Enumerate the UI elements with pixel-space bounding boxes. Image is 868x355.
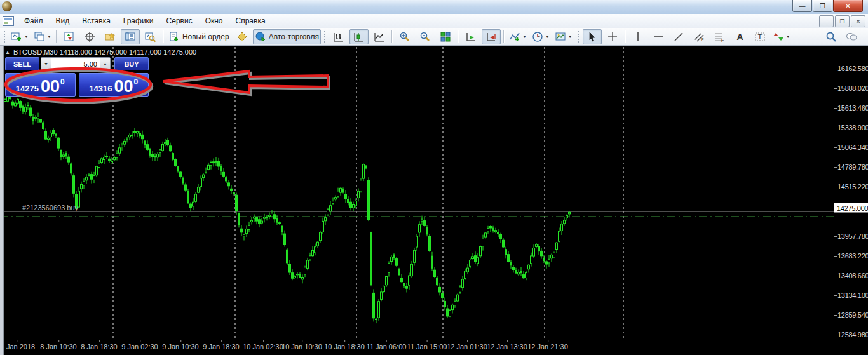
menu-item[interactable]: Сервис [160, 15, 199, 27]
sell-price-button[interactable]: 14275000 [5, 73, 76, 97]
price-tick-label: 14789.780 [837, 163, 868, 171]
expand-triangle-icon[interactable]: ▲ [5, 50, 10, 55]
profiles-button[interactable]: ▼ [32, 29, 53, 44]
child-minimize-button[interactable]: — [819, 15, 834, 27]
time-axis-label: 11 Jan 06:00 [367, 343, 407, 351]
equidistant-channel-icon: E [693, 31, 705, 43]
metaeditor-button[interactable] [233, 29, 252, 44]
toolbar-grip[interactable] [3, 30, 6, 43]
menu-item[interactable]: Окно [199, 15, 229, 27]
menu-item[interactable]: Графики [117, 15, 160, 27]
time-axis-label: 8 Jan 2018 [1, 343, 35, 351]
menu-item[interactable]: Вид [50, 15, 76, 27]
equidistant-channel-button[interactable]: E [689, 29, 709, 44]
chart-bars-icon [333, 31, 344, 43]
volume-input[interactable] [51, 57, 100, 70]
price-axis[interactable]: 16162.58015888.02015613.46015338.9001506… [834, 46, 868, 340]
menu-item[interactable]: Файл [18, 15, 50, 27]
cursor-icon [587, 31, 598, 43]
time-axis-label: 10 Jan 02:30 [243, 343, 283, 351]
data-window-icon [84, 31, 95, 43]
periods-icon [532, 31, 543, 43]
price-tick-label: 15338.900 [837, 124, 868, 131]
new-chart-icon [11, 31, 22, 43]
crosshair-button[interactable] [603, 29, 622, 44]
chat-icon [846, 31, 857, 43]
time-axis[interactable]: 8 Jan 20188 Jan 10:308 Jan 18:309 Jan 02… [0, 340, 834, 355]
time-axis-label: 10 Jan 18:30 [324, 343, 365, 351]
fibonacci-button[interactable]: F [710, 29, 729, 44]
child-restore-button[interactable]: ❐ [835, 15, 850, 27]
minimize-button[interactable]: — [792, 0, 812, 12]
chart-line-button[interactable] [370, 29, 389, 44]
restore-button[interactable]: ❐ [813, 0, 832, 12]
chat-button[interactable] [842, 29, 861, 44]
close-button[interactable]: ✕ [833, 0, 863, 12]
buy-price-button[interactable]: 14316000 [79, 73, 149, 97]
text-icon: A [734, 31, 745, 43]
time-axis-label: 12 Jan 21:30 [527, 343, 568, 351]
zoom-in-button[interactable] [395, 29, 414, 44]
cursor-button[interactable] [583, 29, 602, 44]
sell-button[interactable]: SELL [5, 57, 39, 70]
terminal-button[interactable] [121, 29, 140, 44]
horizontal-line-icon [653, 31, 664, 43]
trendline-button[interactable] [669, 29, 688, 44]
text-button[interactable]: A [730, 29, 749, 44]
menu-item[interactable]: Вставка [76, 15, 117, 27]
tile-windows-icon [440, 31, 451, 43]
time-axis-label: 9 Jan 18:30 [203, 343, 240, 351]
vertical-line-button[interactable] [628, 29, 648, 44]
svg-text:A: A [736, 32, 743, 42]
market-watch-button[interactable] [60, 29, 79, 44]
price-tick-label: 15064.340 [837, 144, 868, 151]
time-axis-label: 9 Jan 02:30 [121, 343, 158, 351]
chart-candles-button[interactable] [349, 29, 369, 44]
chart-shift-button[interactable] [482, 29, 501, 44]
horizontal-line-button[interactable] [649, 29, 668, 44]
price-tick-label: 16162.580 [837, 65, 868, 72]
price-tick-label: 12584.980 [837, 331, 868, 338]
navigator-button[interactable] [100, 29, 119, 44]
volume-decrease-button[interactable]: ▼ [41, 57, 51, 70]
indicators-icon [509, 31, 520, 43]
zoom-out-button[interactable] [416, 29, 435, 44]
mt4-window: — ❐ ✕ ФайлВидВставкаГрафикиСервисОкноСпр… [0, 0, 868, 355]
navigator-icon [104, 31, 116, 43]
new-order-button[interactable]: Новый ордер [166, 29, 231, 44]
menu-item[interactable]: Справка [229, 15, 272, 27]
price-tick-label: 15888.020 [837, 84, 868, 92]
toolbar-grip[interactable] [323, 30, 327, 43]
time-axis-label: 10 Jan 10:30 [281, 343, 322, 351]
periods-button[interactable]: ▼ [530, 29, 552, 44]
tile-windows-button[interactable] [436, 29, 455, 44]
zoom-out-icon [419, 31, 431, 43]
chart-window-icon[interactable] [3, 16, 14, 26]
new-order-icon [168, 31, 180, 43]
price-tick-label: 13134.100 [837, 291, 868, 299]
data-window-button[interactable] [80, 29, 99, 44]
child-close-button[interactable]: ✕ [851, 15, 865, 27]
text-label-button[interactable]: T [750, 29, 770, 44]
zoom-in-icon [399, 31, 410, 43]
menu-bar: ФайлВидВставкаГрафикиСервисОкноСправка —… [0, 14, 868, 29]
strategy-tester-icon [145, 31, 156, 43]
autotrading-button[interactable]: Авто-торговля [253, 29, 321, 44]
toolbar-grip[interactable] [577, 30, 580, 43]
crosshair-icon [607, 31, 618, 43]
chart-bars-button[interactable] [329, 29, 348, 44]
app-logo-icon [2, 1, 12, 11]
strategy-tester-button[interactable] [141, 29, 160, 44]
indicators-button[interactable]: ▼ [507, 29, 529, 44]
window-edge [0, 46, 4, 355]
price-tick-label: 13408.660 [837, 272, 868, 279]
svg-text:T: T [757, 33, 762, 41]
buy-button[interactable]: BUY [114, 57, 149, 70]
new-chart-button[interactable]: ▼ [9, 29, 31, 44]
search-button[interactable] [822, 29, 841, 44]
templates-button[interactable]: ▼ [553, 29, 574, 44]
arrows-button[interactable]: ▼ [771, 29, 792, 44]
current-price-tag: 14275.000 [834, 203, 868, 213]
volume-increase-button[interactable]: ▲ [100, 57, 111, 70]
auto-scroll-button[interactable] [461, 29, 480, 44]
